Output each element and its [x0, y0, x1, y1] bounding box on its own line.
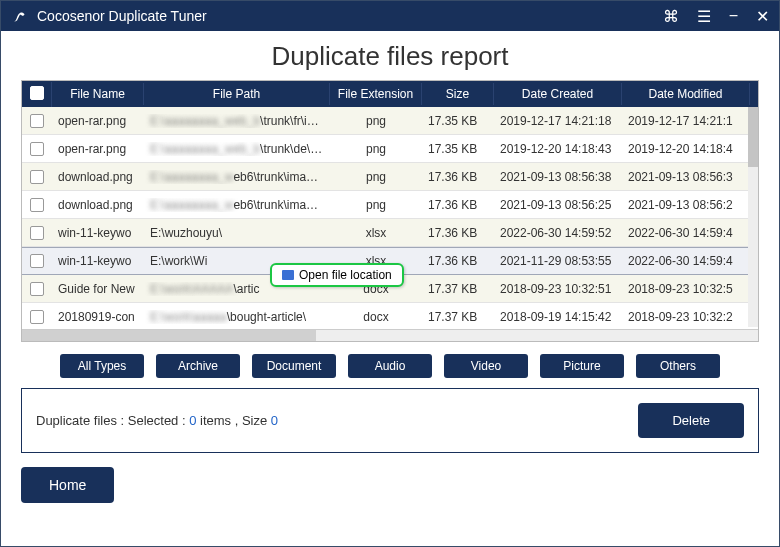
- table-row[interactable]: win-11-keywoE:\wuzhouyu\xlsx17.36 KB2022…: [22, 219, 758, 247]
- cell-ext: png: [330, 170, 422, 184]
- row-checkbox[interactable]: [30, 142, 44, 156]
- cell-created: 2019-12-17 14:21:18: [494, 114, 622, 128]
- cell-filepath: E:\aaaaaaaa_web_b\trunk\fr\images\r: [144, 114, 330, 128]
- cell-size: 17.36 KB: [422, 254, 494, 268]
- cell-created: 2021-09-13 08:56:38: [494, 170, 622, 184]
- cell-filepath: E:\work\aaaaa\bought-article\: [144, 310, 330, 324]
- cell-filename: Guide for New: [52, 282, 144, 296]
- cell-size: 17.36 KB: [422, 198, 494, 212]
- cell-created: 2018-09-23 10:32:51: [494, 282, 622, 296]
- cell-modified: 2018-09-23 10:32:2: [622, 310, 750, 324]
- col-created[interactable]: Date Created: [494, 83, 622, 105]
- filter-video[interactable]: Video: [444, 354, 528, 378]
- table-header: File Name File Path File Extension Size …: [22, 81, 758, 107]
- table-row[interactable]: 20180919-conE:\work\aaaaa\bought-article…: [22, 303, 758, 329]
- menu-icon[interactable]: ☰: [697, 7, 711, 26]
- filter-others[interactable]: Others: [636, 354, 720, 378]
- cell-filepath: E:\aaaaaaaa_web6\trunk\images\artic: [144, 198, 330, 212]
- cell-modified: 2019-12-17 14:21:1: [622, 114, 750, 128]
- cell-size: 17.35 KB: [422, 114, 494, 128]
- cell-filename: win-11-keywo: [52, 254, 144, 268]
- filter-archive[interactable]: Archive: [156, 354, 240, 378]
- col-modified[interactable]: Date Modified: [622, 83, 750, 105]
- cell-size: 17.35 KB: [422, 142, 494, 156]
- cell-filename: download.png: [52, 198, 144, 212]
- app-logo-icon: [11, 7, 29, 25]
- col-ext[interactable]: File Extension: [330, 83, 422, 105]
- cell-modified: 2022-06-30 14:59:4: [622, 226, 750, 240]
- filter-document[interactable]: Document: [252, 354, 336, 378]
- folder-icon: [282, 270, 294, 280]
- row-checkbox[interactable]: [30, 310, 44, 324]
- cell-filename: 20180919-con: [52, 310, 144, 324]
- row-checkbox[interactable]: [30, 254, 44, 268]
- filter-audio[interactable]: Audio: [348, 354, 432, 378]
- col-filename[interactable]: File Name: [52, 83, 144, 105]
- select-all-checkbox[interactable]: [30, 86, 44, 100]
- vertical-scrollbar[interactable]: [748, 107, 758, 327]
- cell-filename: open-rar.png: [52, 114, 144, 128]
- cell-created: 2019-12-20 14:18:43: [494, 142, 622, 156]
- filter-all-types[interactable]: All Types: [60, 354, 144, 378]
- file-table: File Name File Path File Extension Size …: [21, 80, 759, 342]
- cell-created: 2021-09-13 08:56:25: [494, 198, 622, 212]
- cell-filename: open-rar.png: [52, 142, 144, 156]
- cell-modified: 2021-09-13 08:56:3: [622, 170, 750, 184]
- cell-modified: 2021-09-13 08:56:2: [622, 198, 750, 212]
- horizontal-scrollbar[interactable]: [22, 329, 758, 342]
- cell-created: 2022-06-30 14:59:52: [494, 226, 622, 240]
- cell-filepath: E:\aaaaaaaa_web_b\trunk\de\images\: [144, 142, 330, 156]
- cell-filename: download.png: [52, 170, 144, 184]
- cell-ext: png: [330, 142, 422, 156]
- table-row[interactable]: download.pngE:\aaaaaaaa_web6\trunk\image…: [22, 163, 758, 191]
- row-checkbox[interactable]: [30, 198, 44, 212]
- filter-bar: All TypesArchiveDocumentAudioVideoPictur…: [21, 354, 759, 378]
- home-button[interactable]: Home: [21, 467, 114, 503]
- page-title: Duplicate files report: [21, 41, 759, 72]
- table-body: open-rar.pngE:\aaaaaaaa_web_b\trunk\fr\i…: [22, 107, 758, 329]
- cell-size: 17.36 KB: [422, 170, 494, 184]
- col-size[interactable]: Size: [422, 83, 494, 105]
- col-filepath[interactable]: File Path: [144, 83, 330, 105]
- cell-modified: 2018-09-23 10:32:5: [622, 282, 750, 296]
- title-bar: Cocosenor Duplicate Tuner ⌘ ☰ − ✕: [1, 1, 779, 31]
- table-row[interactable]: open-rar.pngE:\aaaaaaaa_web_b\trunk\fr\i…: [22, 107, 758, 135]
- window-title: Cocosenor Duplicate Tuner: [37, 8, 663, 24]
- table-row[interactable]: download.pngE:\aaaaaaaa_web6\trunk\image…: [22, 191, 758, 219]
- cell-modified: 2022-06-30 14:59:4: [622, 254, 750, 268]
- filter-picture[interactable]: Picture: [540, 354, 624, 378]
- cell-filepath: E:\aaaaaaaa_web6\trunk\images\user: [144, 170, 330, 184]
- delete-button[interactable]: Delete: [638, 403, 744, 438]
- cell-size: 17.37 KB: [422, 282, 494, 296]
- cell-modified: 2019-12-20 14:18:4: [622, 142, 750, 156]
- close-icon[interactable]: ✕: [756, 7, 769, 26]
- cell-ext: docx: [330, 310, 422, 324]
- context-menu-label: Open file location: [299, 268, 392, 282]
- cell-filename: win-11-keywo: [52, 226, 144, 240]
- minimize-icon[interactable]: −: [729, 7, 738, 26]
- table-row[interactable]: open-rar.pngE:\aaaaaaaa_web_b\trunk\de\i…: [22, 135, 758, 163]
- cell-size: 17.36 KB: [422, 226, 494, 240]
- cell-size: 17.37 KB: [422, 310, 494, 324]
- cell-filepath: E:\wuzhouyu\: [144, 226, 330, 240]
- cell-created: 2021-11-29 08:53:55: [494, 254, 622, 268]
- cell-ext: png: [330, 198, 422, 212]
- row-checkbox[interactable]: [30, 226, 44, 240]
- share-icon[interactable]: ⌘: [663, 7, 679, 26]
- cell-ext: png: [330, 114, 422, 128]
- row-checkbox[interactable]: [30, 170, 44, 184]
- summary-text: Duplicate files : Selected : 0 items , S…: [36, 413, 638, 428]
- cell-ext: xlsx: [330, 226, 422, 240]
- row-checkbox[interactable]: [30, 114, 44, 128]
- cell-created: 2018-09-19 14:15:42: [494, 310, 622, 324]
- context-menu-open-location[interactable]: Open file location: [270, 263, 404, 287]
- row-checkbox[interactable]: [30, 282, 44, 296]
- summary-box: Duplicate files : Selected : 0 items , S…: [21, 388, 759, 453]
